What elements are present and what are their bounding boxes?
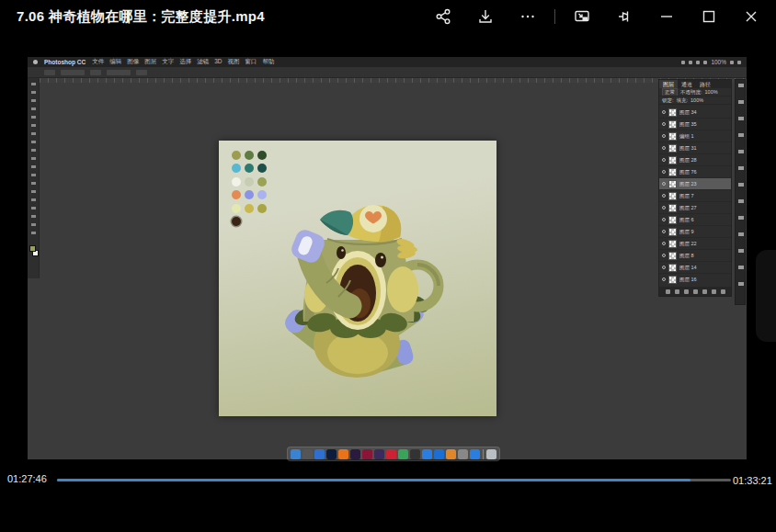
menubar-item[interactable]: 3D: [214, 58, 222, 66]
layer-visibility-eye-icon[interactable]: [662, 254, 666, 257]
link-layers-icon[interactable]: [666, 289, 670, 294]
progress-bar[interactable]: [57, 479, 731, 481]
control-bar: 倍速 SVIP 高清 字幕 选集: [0, 487, 776, 532]
dock-app-icon[interactable]: [291, 449, 301, 459]
dock-app-icon[interactable]: [326, 449, 337, 459]
layer-row[interactable]: 图层 9: [659, 226, 731, 238]
layer-row[interactable]: 图层 23: [659, 178, 731, 190]
layers-panel-tab[interactable]: 图层: [659, 80, 678, 88]
layer-row[interactable]: 图层 16: [659, 274, 731, 285]
layer-row[interactable]: 图层 8: [659, 250, 731, 262]
mac-dock: [287, 447, 500, 461]
layer-visibility-eye-icon[interactable]: [662, 206, 666, 209]
dock-trash-icon[interactable]: [486, 449, 496, 459]
layer-name: 图层 31: [679, 145, 697, 152]
minimize-button[interactable]: [651, 3, 682, 30]
opacity-value[interactable]: 100%: [705, 89, 718, 95]
layer-mask-icon[interactable]: [684, 289, 689, 294]
delete-layer-icon[interactable]: [721, 289, 725, 294]
share-button[interactable]: [428, 3, 459, 30]
layers-panel-tab[interactable]: 通道: [678, 80, 696, 88]
layer-visibility-eye-icon[interactable]: [662, 134, 666, 138]
tool-option-chip: [90, 70, 101, 75]
blend-mode-select[interactable]: 正常: [662, 88, 678, 96]
layer-visibility-eye-icon[interactable]: [662, 277, 666, 281]
layer-visibility-eye-icon[interactable]: [662, 242, 666, 245]
menubar-item[interactable]: 文字: [162, 58, 174, 66]
layer-visibility-eye-icon[interactable]: [662, 170, 666, 174]
layer-visibility-eye-icon[interactable]: [662, 218, 666, 221]
progress-played: [57, 479, 690, 481]
dock-app-icon[interactable]: [398, 449, 408, 459]
pin-on-top-button[interactable]: [609, 3, 640, 30]
dock-app-icon[interactable]: [446, 449, 456, 459]
dock-app-icon[interactable]: [386, 449, 396, 459]
menubar-item[interactable]: 视图: [227, 58, 239, 66]
layer-group-icon[interactable]: [702, 289, 707, 294]
layer-row[interactable]: 图层 31: [659, 142, 731, 154]
dock-app-icon[interactable]: [338, 449, 348, 459]
fill-value[interactable]: 100%: [690, 97, 703, 103]
layer-row[interactable]: 图层 27: [659, 202, 731, 214]
total-time: 01:33:21: [733, 475, 772, 486]
dock-app-icon[interactable]: [350, 449, 360, 459]
video-player-window: 7.06 神奇植物在哪里：完整度提升.mp4: [0, 0, 776, 532]
dock-app-icon[interactable]: [302, 449, 313, 459]
menubar-item[interactable]: 窗口: [245, 58, 257, 66]
lock-label: 锁定:: [662, 97, 674, 104]
dock-app-icon[interactable]: [410, 449, 420, 459]
menubar-item[interactable]: 图像: [127, 58, 139, 66]
layer-row[interactable]: 图层 35: [659, 119, 731, 130]
layer-visibility-eye-icon[interactable]: [662, 230, 666, 233]
layer-thumbnail: [668, 144, 677, 153]
menubar-item[interactable]: 选择: [179, 58, 191, 66]
menubar-item[interactable]: 文件: [92, 58, 104, 66]
layer-row[interactable]: 图层 14: [659, 262, 731, 274]
layer-name: 图层 14: [679, 265, 697, 271]
more-button[interactable]: [512, 3, 543, 30]
menubar-item[interactable]: 滤镜: [197, 58, 209, 66]
video-display-area[interactable]: Photoshop CC 文件编辑图像图层文字选择滤镜3D视图窗口帮助 100%: [0, 37, 776, 473]
dock-app-icon[interactable]: [362, 449, 372, 459]
layer-row[interactable]: 图层 22: [659, 238, 731, 250]
layer-row[interactable]: 图层 6: [659, 214, 731, 226]
layer-visibility-eye-icon[interactable]: [662, 122, 666, 126]
layer-thumbnail: [668, 108, 677, 117]
dock-app-icon[interactable]: [422, 449, 432, 459]
download-button[interactable]: [470, 3, 501, 30]
new-layer-icon[interactable]: [712, 289, 716, 294]
tool-option-chip: [136, 70, 147, 75]
menubar-item[interactable]: 编辑: [109, 58, 121, 66]
layer-effects-icon[interactable]: [675, 289, 679, 294]
head-tuft: [395, 237, 417, 260]
layer-visibility-eye-icon[interactable]: [662, 146, 666, 150]
layer-visibility-eye-icon[interactable]: [662, 194, 666, 198]
dock-app-icon[interactable]: [470, 449, 480, 459]
close-button[interactable]: [736, 3, 767, 30]
adjustment-layer-icon[interactable]: [693, 289, 698, 294]
fill-label: 填充:: [677, 97, 689, 104]
dock-app-icon[interactable]: [374, 449, 384, 459]
layer-visibility-eye-icon[interactable]: [662, 110, 666, 114]
maximize-button[interactable]: [693, 3, 725, 30]
dock-app-icon[interactable]: [434, 449, 444, 459]
menubar-item[interactable]: 图层: [144, 58, 156, 66]
side-panel-handle[interactable]: [756, 250, 776, 342]
menubar-item[interactable]: 帮助: [262, 58, 274, 66]
layer-visibility-eye-icon[interactable]: [662, 182, 666, 186]
dock-app-icon[interactable]: [458, 449, 468, 459]
layer-visibility-eye-icon[interactable]: [662, 266, 666, 269]
layer-thumbnail: [668, 216, 677, 224]
picture-in-picture-icon: [573, 7, 591, 26]
layer-thumbnail: [668, 120, 677, 129]
layer-row[interactable]: 图层 34: [659, 107, 731, 119]
layer-row[interactable]: 编组 1: [659, 130, 731, 142]
layer-row[interactable]: 图层 28: [659, 154, 731, 166]
layer-row[interactable]: 图层 7: [659, 190, 731, 202]
dock-app-icon[interactable]: [314, 449, 325, 459]
layer-visibility-eye-icon[interactable]: [662, 158, 666, 162]
layers-panel-tab[interactable]: 路径: [696, 80, 714, 88]
layer-row[interactable]: 图层 76: [659, 166, 731, 178]
layer-name: 图层 23: [679, 181, 697, 187]
mini-player-button[interactable]: [566, 3, 598, 30]
